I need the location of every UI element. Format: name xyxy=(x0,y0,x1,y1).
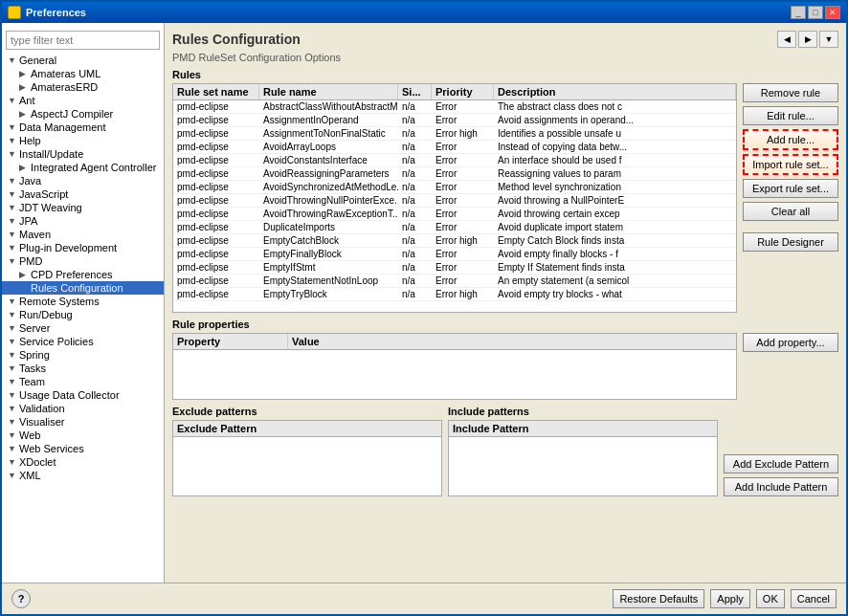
expander-amateras-erd: ▶ xyxy=(19,82,29,92)
sidebar-item-label-aspectj: AspectJ Compiler xyxy=(31,108,113,120)
table-scroll[interactable]: pmd-eclipseAbstractClassWithoutAbstractM… xyxy=(173,100,736,306)
sidebar-item-jdt-weaving[interactable]: ▼JDT Weaving xyxy=(2,201,164,214)
close-button[interactable]: ✕ xyxy=(825,6,840,19)
sidebar-item-aspectj[interactable]: ▶AspectJ Compiler xyxy=(2,107,164,121)
sidebar-item-plugin-dev[interactable]: ▼Plug-in Development xyxy=(2,241,164,254)
sidebar-item-label-web-services: Web Services xyxy=(19,443,84,454)
sidebar-item-usage-data[interactable]: ▼Usage Data Collector xyxy=(2,388,164,402)
sidebar-item-xml[interactable]: ▼XML xyxy=(2,469,164,482)
nav-dropdown-button[interactable]: ▼ xyxy=(819,31,838,48)
table-row[interactable]: pmd-eclipseAvoidThrowingNullPointerExce.… xyxy=(173,194,736,208)
minimize-button[interactable]: _ xyxy=(791,6,806,19)
expander-remote-systems: ▼ xyxy=(8,297,17,306)
export-rule-set-button[interactable]: Export rule set... xyxy=(743,179,838,198)
remove-rule-button[interactable]: Remove rule xyxy=(743,83,838,102)
sidebar-item-javascript[interactable]: ▼JavaScript xyxy=(2,187,164,201)
sidebar-item-web-services[interactable]: ▼Web Services xyxy=(2,442,164,455)
table-row[interactable]: pmd-eclipseEmptyIfStmtn/aErrorEmpty If S… xyxy=(173,261,736,275)
sidebar-item-label-remote-systems: Remote Systems xyxy=(19,296,100,307)
table-row[interactable]: pmd-eclipseEmptyCatchBlockn/aError highE… xyxy=(173,234,736,248)
expander-service-policies: ▼ xyxy=(8,337,17,346)
sidebar-item-data-mgmt[interactable]: ▼Data Management xyxy=(2,121,164,134)
sidebar-item-validation[interactable]: ▼Validation xyxy=(2,402,164,415)
table-row[interactable]: pmd-eclipseAvoidArrayLoopsn/aErrorInstea… xyxy=(173,141,736,154)
sidebar-item-amateras-uml[interactable]: ▶Amateras UML xyxy=(2,67,164,80)
table-row[interactable]: pmd-eclipseAvoidConstantsInterfacen/aErr… xyxy=(173,154,736,167)
sidebar-item-label-general: General xyxy=(19,55,56,66)
sidebar-item-tasks[interactable]: ▼Tasks xyxy=(2,362,164,375)
sidebar-item-team[interactable]: ▼Team xyxy=(2,375,164,388)
sidebar-item-spring[interactable]: ▼Spring xyxy=(2,348,164,362)
props-side: Add property... xyxy=(743,333,838,400)
sidebar-item-service-policies[interactable]: ▼Service Policies xyxy=(2,335,164,348)
cancel-button[interactable]: Cancel xyxy=(791,589,837,608)
add-rule-button[interactable]: Add rule... xyxy=(743,129,838,150)
table-row[interactable]: pmd-eclipseAvoidThrowingRawExceptionT...… xyxy=(173,208,736,221)
sidebar-item-install-update[interactable]: ▼Install/Update xyxy=(2,147,164,161)
expander-aspectj: ▶ xyxy=(19,109,29,119)
clear-all-button[interactable]: Clear all xyxy=(743,202,838,221)
table-row[interactable]: pmd-eclipseAssignmentToNonFinalStaticn/a… xyxy=(173,127,736,141)
sidebar-item-remote-systems[interactable]: ▼Remote Systems xyxy=(2,295,164,308)
sidebar-item-pmd[interactable]: ▼PMD xyxy=(2,254,164,268)
sidebar-item-general[interactable]: ▼General xyxy=(2,54,164,67)
sidebar-item-server[interactable]: ▼Server xyxy=(2,321,164,335)
restore-defaults-button[interactable]: Restore Defaults xyxy=(613,589,704,608)
search-input[interactable] xyxy=(6,31,160,50)
sidebar-item-maven[interactable]: ▼Maven xyxy=(2,228,164,241)
col-value: Value xyxy=(288,334,736,349)
sidebar-item-run-debug[interactable]: ▼Run/Debug xyxy=(2,308,164,321)
rule-designer-button[interactable]: Rule Designer xyxy=(743,232,838,252)
help-button[interactable]: ? xyxy=(11,589,31,608)
maximize-button[interactable]: □ xyxy=(808,6,823,19)
titlebar-title: Preferences xyxy=(8,6,86,19)
table-row[interactable]: pmd-eclipseAbstractClassWithoutAbstractM… xyxy=(173,100,736,114)
sidebar-item-help[interactable]: ▼Help xyxy=(2,134,164,147)
sidebar-item-visualiser[interactable]: ▼Visualiser xyxy=(2,415,164,429)
apply-button[interactable]: Apply xyxy=(710,589,750,608)
table-row[interactable]: pmd-eclipseAssignmentInOperandn/aErrorAv… xyxy=(173,114,736,127)
nav-forward-button[interactable]: ▶ xyxy=(798,31,817,48)
add-include-pattern-button[interactable]: Add Include Pattern xyxy=(724,477,838,496)
table-row[interactable]: pmd-eclipseEmptyTryBlockn/aError highAvo… xyxy=(173,288,736,301)
expander-cpd-prefs: ▶ xyxy=(19,270,29,279)
expander-team: ▼ xyxy=(8,377,17,386)
edit-rule-button[interactable]: Edit rule... xyxy=(743,106,838,125)
sidebar-item-label-pmd: PMD xyxy=(19,255,42,267)
sidebar-item-iac[interactable]: ▶Integrated Agent Controller xyxy=(2,161,164,174)
table-row[interactable]: pmd-eclipseAvoidReassigningParametersn/a… xyxy=(173,167,736,181)
import-rule-set-button[interactable]: Import rule set... xyxy=(743,154,838,175)
rules-table: Rule set name Rule name Si... Priority D… xyxy=(172,83,737,313)
table-row[interactable]: pmd-eclipseAvoidSynchronizedAtMethodLe..… xyxy=(173,181,736,194)
add-exclude-pattern-button[interactable]: Add Exclude Pattern xyxy=(724,454,838,473)
rules-section: Rule set name Rule name Si... Priority D… xyxy=(172,83,838,313)
add-property-button[interactable]: Add property... xyxy=(743,333,838,352)
sidebar-item-label-web: Web xyxy=(19,429,40,441)
sidebar-item-amateras-erd[interactable]: ▶AmaterasERD xyxy=(2,80,164,94)
expander-install-update: ▼ xyxy=(8,149,17,159)
table-row[interactable]: pmd-eclipseEmptyFinallyBlockn/aErrorAvoi… xyxy=(173,248,736,261)
expander-javascript: ▼ xyxy=(8,189,17,199)
expander-jdt-weaving: ▼ xyxy=(8,203,17,212)
main-content: ▼General▶Amateras UML▶AmaterasERD▼Ant▶As… xyxy=(2,23,846,583)
col-priority: Priority xyxy=(432,84,494,99)
sidebar-item-cpd-prefs[interactable]: ▶CPD Preferences xyxy=(2,268,164,281)
sidebar-item-rules-config[interactable]: Rules Configuration xyxy=(2,281,164,295)
sidebar-item-java[interactable]: ▼Java xyxy=(2,174,164,187)
table-row[interactable]: pmd-eclipseEmptyStatementNotInLoopn/aErr… xyxy=(173,275,736,288)
table-row[interactable]: pmd-eclipseDuplicateImportsn/aErrorAvoid… xyxy=(173,221,736,234)
expander-help: ▼ xyxy=(8,136,17,145)
expander-web: ▼ xyxy=(8,430,17,440)
expander-pmd: ▼ xyxy=(8,256,17,266)
expander-java: ▼ xyxy=(8,176,17,186)
sidebar-item-xdoclet[interactable]: ▼XDoclet xyxy=(2,455,164,469)
sidebar-item-jpa[interactable]: ▼JPA xyxy=(2,214,164,228)
patterns-buttons: Add Exclude Pattern Add Include Pattern xyxy=(724,406,838,496)
expander-web-services: ▼ xyxy=(8,444,17,453)
sidebar-item-label-install-update: Install/Update xyxy=(19,148,83,160)
sidebar-item-label-cpd-prefs: CPD Preferences xyxy=(31,269,113,280)
sidebar-item-ant[interactable]: ▼Ant xyxy=(2,94,164,107)
ok-button[interactable]: OK xyxy=(756,589,785,608)
nav-back-button[interactable]: ◀ xyxy=(777,31,796,48)
sidebar-item-web[interactable]: ▼Web xyxy=(2,429,164,442)
